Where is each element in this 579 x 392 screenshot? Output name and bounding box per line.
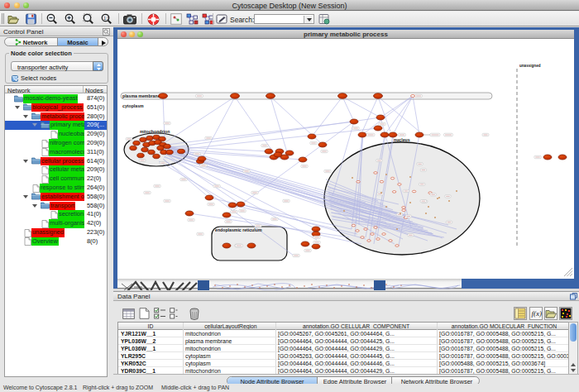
svg-text:unassigned: unassigned — [519, 64, 541, 68]
svg-text:1:1: 1:1 — [103, 16, 109, 21]
svg-text:mitochondrion: mitochondrion — [140, 129, 170, 134]
svg-text:nucleus: nucleus — [394, 137, 410, 142]
svg-text:plasma membrane: plasma membrane — [122, 93, 160, 98]
svg-text:cytoplasm: cytoplasm — [122, 103, 144, 108]
svg-text:f(x): f(x) — [532, 309, 543, 318]
svg-text:endoplasmic reticulum: endoplasmic reticulum — [215, 227, 262, 232]
